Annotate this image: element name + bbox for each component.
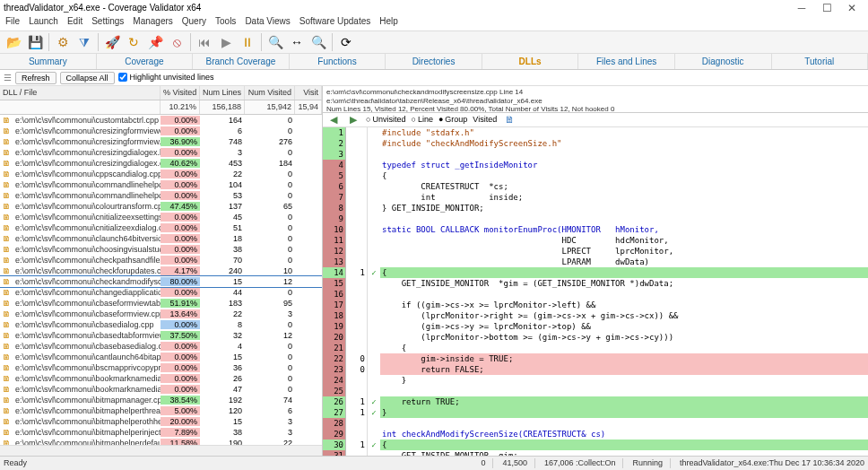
col-pct[interactable]: % Visited: [161, 86, 200, 100]
zoom-fit-icon[interactable]: ↔: [287, 32, 307, 52]
zoom-in-icon[interactable]: 🔍: [265, 32, 285, 52]
file-row[interactable]: 🗎e:\om\c\svl\commonui\cnitializeexsettin…: [0, 212, 322, 222]
source-lines[interactable]: 1#include "stdafx.h"2#include "checkAndM…: [323, 127, 868, 456]
source-line[interactable]: 24 }: [323, 375, 868, 386]
collapse-all-button[interactable]: Collapse All: [60, 72, 115, 84]
close-button[interactable]: ✕: [839, 2, 864, 14]
source-line[interactable]: 25: [323, 386, 868, 396]
source-line[interactable]: 28: [323, 418, 868, 429]
source-line[interactable]: 141✓{: [323, 267, 868, 278]
source-line[interactable]: 4typedef struct _getInsideMonitor: [323, 160, 868, 170]
source-line[interactable]: 7 int inside;: [323, 192, 868, 203]
file-row[interactable]: 🗎e:\om\c\svl\commonui\bscmapprivcopyprog…: [0, 362, 322, 373]
tab-files-and-lines[interactable]: Files and Lines: [578, 54, 675, 69]
source-line[interactable]: 29int checkAndModifyScreenSize(CREATESTR…: [323, 429, 868, 440]
reset-icon[interactable]: ⟳: [336, 32, 356, 52]
col-file[interactable]: DLL / File: [0, 86, 161, 100]
source-line[interactable]: 9: [323, 213, 868, 224]
line-radio[interactable]: ○ Line: [411, 115, 432, 125]
source-line[interactable]: 230 return FALSE;: [323, 364, 868, 375]
file-row[interactable]: 🗎e:\om\c\svl\commonui\bookmarknamedialog…: [0, 384, 322, 395]
play-icon[interactable]: ▶: [216, 32, 236, 52]
file-row[interactable]: 🗎e:\om\c\svl\commonui\choosingvisualstud…: [0, 244, 322, 255]
source-line[interactable]: 5{: [323, 170, 868, 181]
step-back-icon[interactable]: ⏮: [195, 32, 214, 52]
source-line[interactable]: 18 (lprcMonitor->right >= (gim->cs->x + …: [323, 310, 868, 321]
tab-directories[interactable]: Directories: [386, 54, 482, 69]
prev-icon[interactable]: ◀: [326, 114, 341, 126]
pin-icon[interactable]: 📌: [145, 32, 165, 52]
file-row[interactable]: 🗎e:\om\c\svl\commonui\commandlinehelpdia…: [0, 179, 322, 190]
menu-query[interactable]: Query: [182, 16, 206, 30]
source-line[interactable]: 13 LPARAM dwData): [323, 257, 868, 267]
file-row[interactable]: 🗎e:\om\c\svl\commonui\changediapplicatio…: [0, 287, 322, 298]
unvisited-radio[interactable]: ○ Unvisited: [366, 115, 405, 125]
file-row[interactable]: 🗎e:\om\c\svl\commonui\cresizingdialogex.…: [0, 147, 322, 158]
file-row[interactable]: 🗎e:\om\c\svl\commonui\checkpathsandfiles…: [0, 255, 322, 265]
source-line[interactable]: 2#include "checkAndModifyScreenSize.h": [323, 138, 868, 149]
h-scrollbar[interactable]: [0, 445, 322, 456]
gear-icon[interactable]: ⚙: [53, 32, 73, 52]
source-line[interactable]: 20 (lprcMonitor->bottom >= (gim->cs->y +…: [323, 332, 868, 343]
source-line[interactable]: 15 GET_INSIDE_MONITOR *gim = (GET_INSIDE…: [323, 278, 868, 289]
file-row[interactable]: 🗎e:\om\c\svl\commonui\checkforupdates.cp…: [0, 265, 322, 276]
file-row[interactable]: 🗎e:\om\c\svl\commonui\bitmaphelperdefaul…: [0, 438, 322, 445]
file-row[interactable]: 🗎e:\om\c\svl\commonui\commandlinehelpdat…: [0, 190, 322, 201]
stop-icon[interactable]: ⦸: [167, 32, 187, 52]
source-line[interactable]: 3: [323, 149, 868, 160]
menu-edit[interactable]: Edit: [67, 16, 82, 30]
file-row[interactable]: 🗎e:\om\c\svl\commonui\bitmapmanager.cpp3…: [0, 395, 322, 405]
source-line[interactable]: 1#include "stdafx.h": [323, 127, 868, 138]
source-line[interactable]: 6 CREATESTRUCT *cs;: [323, 181, 868, 192]
file-row[interactable]: 🗎e:\om\c\svl\commonui\bitmaphelperothher…: [0, 416, 322, 427]
source-line[interactable]: 10static BOOL CALLBACK monitorEnumProc(H…: [323, 224, 868, 235]
file-row[interactable]: 🗎e:\om\c\svl\commonui\checkandmodifyscre…: [0, 276, 322, 287]
menu-data-views[interactable]: Data Views: [245, 16, 290, 30]
highlight-checkbox-input[interactable]: [118, 73, 127, 82]
tab-dlls[interactable]: DLLs: [482, 54, 579, 69]
tree-view-icon[interactable]: ☰: [4, 73, 12, 83]
menu-tools[interactable]: Tools: [215, 16, 236, 30]
source-line[interactable]: 17 if ((gim->cs->x >= lprcMonitor->left)…: [323, 300, 868, 310]
refresh-small-icon[interactable]: ↻: [124, 32, 143, 52]
file-row[interactable]: 🗎e:\om\c\svl\commonui\claunch64bitversio…: [0, 233, 322, 244]
menu-software-updates[interactable]: Software Updates: [299, 16, 371, 30]
minimize-button[interactable]: ─: [789, 2, 814, 14]
source-line[interactable]: 271✓}: [323, 407, 868, 418]
source-line[interactable]: 301✓{: [323, 440, 868, 450]
file-row[interactable]: 🗎e:\om\c\svl\commonui\cresizingformview.…: [0, 136, 322, 147]
refresh-button[interactable]: Refresh: [15, 72, 56, 84]
source-line[interactable]: 11 HDC hdcMonitor,: [323, 235, 868, 246]
highlight-checkbox[interactable]: Highlight unvisited lines: [118, 73, 214, 83]
col-count[interactable]: Visit: [295, 86, 322, 100]
menu-file[interactable]: File: [5, 16, 20, 30]
pause-icon[interactable]: ⏸: [238, 32, 257, 52]
group-radio[interactable]: ● Group: [438, 115, 467, 125]
file-row[interactable]: 🗎e:\om\c\svl\commonui\cantlaunch64bitapp…: [0, 352, 322, 362]
filter-icon[interactable]: ⧩: [74, 32, 94, 52]
tab-branch-coverage[interactable]: Branch Coverage: [193, 54, 290, 69]
source-line[interactable]: 8} GET_INSIDE_MONITOR;: [323, 203, 868, 213]
file-row[interactable]: 🗎e:\om\c\svl\commonui\bookmarknamedialog…: [0, 373, 322, 384]
maximize-button[interactable]: ☐: [814, 2, 839, 14]
file-row[interactable]: 🗎e:\om\c\svl\commonui\cnitializeexdialog…: [0, 222, 322, 233]
file-row[interactable]: 🗎e:\om\c\svl\commonui\bitmaphelperthread…: [0, 405, 322, 416]
source-line[interactable]: 16: [323, 289, 868, 300]
grid-body[interactable]: 🗎e:\om\c\svl\commonui\customtabctrl.cpp0…: [0, 115, 322, 445]
file-row[interactable]: 🗎e:\om\c\svl\commonui\customtabctrl.cpp0…: [0, 115, 322, 126]
file-row[interactable]: 🗎e:\om\c\svl\commonui\cbaseformview.cpp1…: [0, 309, 322, 319]
tab-diagnostic[interactable]: Diagnostic: [675, 54, 772, 69]
source-line[interactable]: 21 {: [323, 343, 868, 353]
col-lines[interactable]: Num Lines: [200, 86, 245, 100]
tab-functions[interactable]: Functions: [290, 54, 386, 69]
save-icon[interactable]: 💾: [25, 32, 45, 52]
file-row[interactable]: 🗎e:\om\c\svl\commonui\cbasedialog.cpp0.0…: [0, 319, 322, 330]
file-row[interactable]: 🗎e:\om\c\svl\commonui\cbaseformviewtab.c…: [0, 298, 322, 309]
next-icon[interactable]: ▶: [346, 114, 360, 126]
col-visited[interactable]: Num Visited: [245, 86, 295, 100]
file-row[interactable]: 🗎e:\om\c\svl\commonui\cbasedtabformview.…: [0, 330, 322, 341]
file-row[interactable]: 🗎e:\om\c\svl\commonui\colourtransform.cp…: [0, 201, 322, 212]
source-line[interactable]: 19 (gim->cs->y >= lprcMonitor->top) &&: [323, 321, 868, 332]
file-icon[interactable]: 🗎: [502, 114, 516, 126]
menu-settings[interactable]: Settings: [91, 16, 124, 30]
